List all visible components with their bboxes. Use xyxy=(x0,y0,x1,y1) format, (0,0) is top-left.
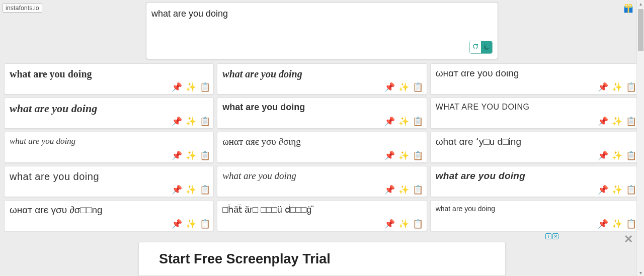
sparkle-icon[interactable]: ✨ xyxy=(185,81,196,93)
font-card[interactable]: ωнαт αrє γσυ ∂σ□□ng📌✨📋 xyxy=(4,200,214,231)
svg-point-3 xyxy=(625,5,628,8)
pin-icon[interactable]: 📌 xyxy=(597,184,608,195)
moon-icon xyxy=(481,41,492,53)
font-card-actions: 📌✨📋 xyxy=(597,81,636,93)
font-card[interactable]: what are you doing📌✨📋 xyxy=(4,63,214,95)
pin-icon[interactable]: 📌 xyxy=(597,150,608,161)
font-card-text: WHAT ARE YOU DOING xyxy=(436,102,634,112)
pin-icon[interactable]: 📌 xyxy=(384,218,395,229)
pin-icon[interactable]: 📌 xyxy=(171,150,182,161)
clipboard-icon[interactable]: 📋 xyxy=(413,218,424,229)
ad-card[interactable]: Start Free Screenplay Trial xyxy=(138,242,506,276)
font-card[interactable]: what are you doing📌✨📋 xyxy=(217,63,427,95)
scroll-down-icon[interactable]: ▾ xyxy=(638,270,643,275)
clipboard-icon[interactable]: 📋 xyxy=(199,81,210,93)
font-card[interactable]: what are you doing📌✨📋 xyxy=(430,166,640,197)
text-input[interactable] xyxy=(150,8,494,38)
pin-icon[interactable]: 📌 xyxy=(597,81,608,93)
sparkle-icon[interactable]: ✨ xyxy=(398,218,410,229)
clipboard-icon[interactable]: 📋 xyxy=(625,81,636,93)
pin-icon[interactable]: 📌 xyxy=(171,218,182,229)
ad-region: i ✕ ✕ Start Free Screenplay Trial xyxy=(0,232,644,276)
vertical-scrollbar[interactable]: ▴ ▾ xyxy=(636,0,644,276)
font-card[interactable]: ωhαt αre ʻy□u d□ing📌✨📋 xyxy=(430,132,640,163)
pin-icon[interactable]: 📌 xyxy=(171,116,182,127)
font-card[interactable]: what are you doing📌✨📋 xyxy=(430,200,640,231)
clipboard-icon[interactable]: 📋 xyxy=(625,116,636,127)
sparkle-icon[interactable]: ✨ xyxy=(398,81,410,93)
pin-icon[interactable]: 📌 xyxy=(171,81,182,93)
font-card[interactable]: ωнαт αяє уσυ ∂σιηg📌✨📋 xyxy=(217,132,427,163)
sparkle-icon[interactable]: ✨ xyxy=(398,116,410,127)
lightbulb-icon: + xyxy=(470,41,481,53)
grammarly-badge[interactable]: + xyxy=(469,41,493,54)
font-card[interactable]: what are you doing📌✨📋 xyxy=(217,98,427,129)
pin-icon[interactable]: 📌 xyxy=(171,184,182,195)
font-card-actions: 📌✨📋 xyxy=(171,184,210,195)
font-card-actions: 📌✨📋 xyxy=(384,81,424,93)
font-card[interactable]: ωнαт αre yoυ doιng📌✨📋 xyxy=(430,63,640,95)
font-card-actions: 📌✨📋 xyxy=(171,150,210,161)
font-card-text: ωнαт αre yoυ doιng xyxy=(436,68,634,79)
font-card-actions: 📌✨📋 xyxy=(597,184,636,195)
font-card-text: ωнαт αяє уσυ ∂σιηg xyxy=(222,136,421,148)
font-card-actions: 📌✨📋 xyxy=(384,218,424,229)
sparkle-icon[interactable]: ✨ xyxy=(611,218,622,229)
clipboard-icon[interactable]: 📋 xyxy=(625,218,636,229)
font-card-text: what are you doing xyxy=(10,170,208,182)
font-card[interactable]: what are you doing📌✨📋 xyxy=(4,166,214,197)
font-card[interactable]: WHAT ARE YOU DOING📌✨📋 xyxy=(430,98,640,129)
clipboard-icon[interactable]: 📋 xyxy=(413,81,424,93)
clipboard-icon[interactable]: 📋 xyxy=(199,116,210,127)
scroll-thumb[interactable] xyxy=(638,9,643,51)
ad-title: Start Free Screenplay Trial xyxy=(159,251,485,267)
font-card-text: what are you doing xyxy=(10,136,208,146)
svg-rect-2 xyxy=(628,6,629,13)
adchoices-icon[interactable]: i ✕ xyxy=(545,233,558,239)
font-card-text: what are you doing xyxy=(436,205,634,213)
sparkle-icon[interactable]: ✨ xyxy=(185,218,196,229)
text-input-container: + xyxy=(146,2,498,59)
pin-icon[interactable]: 📌 xyxy=(597,218,608,229)
font-card-actions: 📌✨📋 xyxy=(597,116,636,127)
font-card-text: what are you doing xyxy=(10,102,208,115)
font-card-actions: 📌✨📋 xyxy=(171,116,210,127)
sparkle-icon[interactable]: ✨ xyxy=(611,81,622,93)
sparkle-icon[interactable]: ✨ xyxy=(611,150,622,161)
font-card-actions: 📌✨📋 xyxy=(597,218,636,229)
gift-icon[interactable] xyxy=(623,3,634,14)
font-card[interactable]: what are you doing📌✨📋 xyxy=(4,98,214,129)
pin-icon[interactable]: 📌 xyxy=(384,150,395,161)
clipboard-icon[interactable]: 📋 xyxy=(413,184,424,195)
font-card[interactable]: □ḧäẗ är□ □□□ü ḋ□□□ġ ̈📌✨📋 xyxy=(217,200,427,231)
sparkle-icon[interactable]: ✨ xyxy=(185,150,196,161)
clipboard-icon[interactable]: 📋 xyxy=(413,150,424,161)
font-card[interactable]: what are you doing📌✨📋 xyxy=(217,166,427,197)
sparkle-icon[interactable]: ✨ xyxy=(398,184,410,195)
font-card-text: what are you doing xyxy=(222,68,421,80)
clipboard-icon[interactable]: 📋 xyxy=(199,218,210,229)
clipboard-icon[interactable]: 📋 xyxy=(625,150,636,161)
clipboard-icon[interactable]: 📋 xyxy=(625,184,636,195)
pin-icon[interactable]: 📌 xyxy=(384,81,395,93)
font-card-actions: 📌✨📋 xyxy=(384,184,424,195)
font-card-actions: 📌✨📋 xyxy=(597,150,636,161)
pin-icon[interactable]: 📌 xyxy=(597,116,608,127)
font-card-text: ωhαt αre ʻy□u d□ing xyxy=(436,136,634,148)
scroll-up-icon[interactable]: ▴ xyxy=(638,1,643,6)
clipboard-icon[interactable]: 📋 xyxy=(413,116,424,127)
brand-link[interactable]: instafonts.io xyxy=(3,4,42,13)
sparkle-icon[interactable]: ✨ xyxy=(185,116,196,127)
font-card[interactable]: what are you doing📌✨📋 xyxy=(4,132,214,163)
sparkle-icon[interactable]: ✨ xyxy=(611,116,622,127)
ad-close-button[interactable]: ✕ xyxy=(624,233,633,246)
sparkle-icon[interactable]: ✨ xyxy=(398,150,410,161)
sparkle-icon[interactable]: ✨ xyxy=(611,184,622,195)
clipboard-icon[interactable]: 📋 xyxy=(199,184,210,195)
font-card-text: □ḧäẗ är□ □□□ü ḋ□□□ġ ̈ xyxy=(222,205,421,216)
sparkle-icon[interactable]: ✨ xyxy=(185,184,196,195)
font-card-actions: 📌✨📋 xyxy=(384,150,424,161)
pin-icon[interactable]: 📌 xyxy=(384,116,395,127)
clipboard-icon[interactable]: 📋 xyxy=(199,150,210,161)
pin-icon[interactable]: 📌 xyxy=(384,184,395,195)
